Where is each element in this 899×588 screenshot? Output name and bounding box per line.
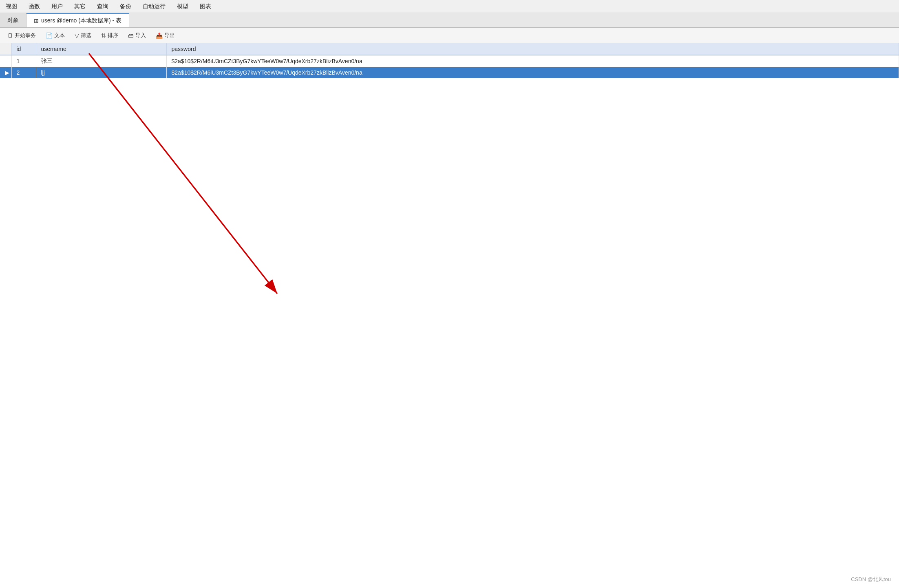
th-username[interactable]: username [36,43,166,55]
toolbar-btn-sort[interactable]: ⇅ 排序 [97,31,122,40]
toolbar-btn-begin-transaction-label: 开始事务 [15,32,36,39]
tab-bar: 对象 ⊞ users @demo (本地数据库) - 表 [0,13,899,28]
th-id[interactable]: id [11,43,36,55]
cell-username: 张三 [36,55,166,67]
toolbar-btn-sort-label: 排序 [108,32,118,39]
th-indicator [0,43,11,55]
cell-id: 1 [11,55,36,67]
toolbar-btn-begin-transaction[interactable]: 🗒 开始事务 [3,31,40,40]
tab-users-table[interactable]: ⊞ users @demo (本地数据库) - 表 [27,13,129,27]
toolbar-btn-export[interactable]: 📤 导出 [152,31,179,40]
filter-icon: ▽ [75,32,79,39]
menu-bar: 视图 函数 用户 其它 查询 备份 自动运行 模型 图表 [0,0,899,13]
toolbar-btn-filter[interactable]: ▽ 筛选 [71,31,95,40]
toolbar-btn-filter-label: 筛选 [81,32,91,39]
row-indicator: ▶ [0,67,11,78]
cell-password: $2a$10$2R/M6iU3mCZt3ByG7kwYTeeW0w7/UqdeX… [166,67,899,78]
sort-icon: ⇅ [101,32,106,39]
app-container: 视图 函数 用户 其它 查询 备份 自动运行 模型 图表 对象 ⊞ users … [0,0,899,588]
toolbar-btn-text-label: 文本 [54,32,65,39]
menu-item-图表[interactable]: 图表 [194,1,217,12]
cell-password: $2a$10$2R/M6iU3mCZt3ByG7kwYTeeW0w7/UqdeX… [166,55,899,67]
toolbar: 🗒 开始事务 📄 文本 ▽ 筛选 ⇅ 排序 🗃 导入 📤 导出 [0,28,899,43]
menu-item-用户[interactable]: 用户 [46,1,68,12]
table-icon: ⊞ [34,18,39,24]
menu-item-查询[interactable]: 查询 [91,1,114,12]
text-icon: 📄 [46,32,53,39]
menu-item-其它[interactable]: 其它 [68,1,91,12]
tab-object[interactable]: 对象 [0,13,27,27]
menu-item-自动运行[interactable]: 自动运行 [137,1,171,12]
table-row[interactable]: 1张三$2a$10$2R/M6iU3mCZt3ByG7kwYTeeW0w7/Uq… [0,55,899,67]
menu-item-视图[interactable]: 视图 [0,1,23,12]
table-area: id username password 1张三$2a$10$2R/M6iU3m… [0,43,899,588]
menu-item-函数[interactable]: 函数 [23,1,46,12]
table-body: 1张三$2a$10$2R/M6iU3mCZt3ByG7kwYTeeW0w7/Uq… [0,55,899,78]
begin-transaction-icon: 🗒 [7,32,13,39]
row-indicator [0,55,11,67]
cell-id: 2 [11,67,36,78]
table-row[interactable]: ▶2ljj$2a$10$2R/M6iU3mCZt3ByG7kwYTeeW0w7/… [0,67,899,78]
cell-username: ljj [36,67,166,78]
menu-item-备份[interactable]: 备份 [114,1,137,12]
data-table: id username password 1张三$2a$10$2R/M6iU3m… [0,43,899,78]
tab-users-table-label: users @demo (本地数据库) - 表 [41,17,121,24]
export-icon: 📤 [156,32,163,39]
toolbar-btn-import-label: 导入 [135,32,146,39]
menu-item-模型[interactable]: 模型 [171,1,194,12]
table-header-row: id username password [0,43,899,55]
th-password[interactable]: password [166,43,899,55]
toolbar-btn-import[interactable]: 🗃 导入 [124,31,150,40]
watermark: CSDN @北风tou [851,576,891,583]
toolbar-btn-export-label: 导出 [164,32,175,39]
toolbar-btn-text[interactable]: 📄 文本 [42,31,69,40]
import-icon: 🗃 [128,32,134,39]
